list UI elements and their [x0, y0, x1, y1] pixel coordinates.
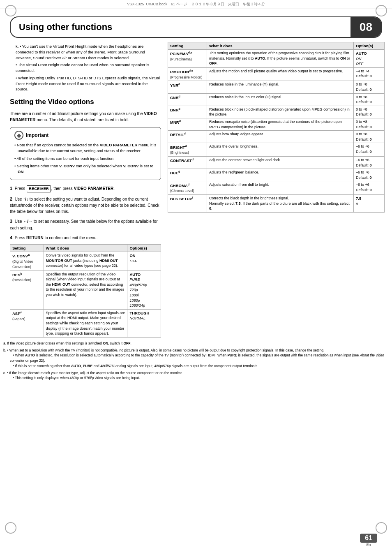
what-cell: Adjusts the motion and still picture qua… — [207, 67, 354, 81]
page-footer: 61 En — [360, 534, 377, 547]
setting-cell: V. CONVa (Digital Video Conversion) — [10, 252, 44, 271]
setting-cell: DETAILd — [168, 131, 207, 143]
table-row: BNRd Reduces block noise (block-shaped d… — [168, 106, 385, 118]
page-number: 61 — [360, 534, 377, 543]
options-cell: 0 to +8Default: 0 — [354, 81, 385, 93]
options-cell: THROUGH NORMAL — [127, 309, 161, 337]
table-row: MNRd Reduces mosquito noise (distortion … — [168, 118, 385, 130]
setting-cell: HUEd — [168, 169, 207, 181]
options-cell: –4 to +4Default: 0 — [354, 67, 385, 81]
footnote-b: b. • When set to a resolution with which… — [3, 348, 389, 369]
important-label: Important — [26, 132, 48, 138]
top-note-bullet-3: • When inputting Dolby True HD, DTS-HD o… — [16, 75, 161, 92]
options-cell: 0 to +8Default: 0 — [354, 131, 385, 143]
important-header: ◆ Important — [14, 131, 157, 140]
setting-cell: RESb (Resolution) — [10, 271, 44, 309]
options-cell: ON OFF — [127, 252, 161, 271]
table-row: YNRd Reduces noise in the luminance (Y) … — [168, 81, 385, 93]
setting-cell: CHROMAd (Chroma Level) — [168, 181, 207, 195]
corner-decoration-br — [376, 522, 387, 534]
th-setting-right: Setting — [168, 42, 207, 50]
chapter-number: 08 — [350, 17, 381, 37]
options-cell: 0 to +8Default: 0 — [354, 93, 385, 106]
options-cell: AUTO ON OFF — [354, 50, 385, 68]
table-row: V. CONVa (Digital Video Conversion) Conv… — [10, 252, 161, 271]
what-cell: Adjusts the overall brightness. — [207, 143, 354, 157]
important-icon: ◆ — [14, 131, 23, 140]
th-what-right: What it does — [207, 42, 354, 50]
step-4: 4 Press RETURN to confirm and exit the m… — [10, 234, 161, 241]
corner-decoration-bl — [5, 522, 16, 534]
section-intro: There are a number of additional picture… — [10, 111, 161, 123]
chapter-title: Using other functions — [19, 22, 112, 32]
content-area: k. • You can't use the Virtual Front Hei… — [0, 42, 392, 341]
setting-cell: CONTRASTd — [168, 157, 207, 169]
setting-cell: YNRd — [168, 81, 207, 93]
left-column: k. • You can't use the Virtual Front Hei… — [4, 42, 164, 341]
setting-cell: PCINEMAd,e (PureCinema) — [168, 50, 207, 68]
setting-cell: BRIGHTd (Brightness) — [168, 143, 207, 157]
left-settings-table: Setting What it does Option(s) V. CONVa … — [10, 244, 161, 338]
what-cell: This setting optimizes the operation of … — [207, 50, 354, 68]
what-cell: Reduces noise in the luminance (Y) signa… — [207, 81, 354, 93]
corner-decoration-tl — [5, 5, 16, 16]
what-cell: Adjusts saturation from dull to bright. — [207, 181, 354, 195]
options-cell: AUTO PURE 480p/576p 720p 1080i 1080p 108… — [127, 271, 161, 309]
top-note-bullet-1: k. • You can't use the Virtual Front Hei… — [16, 44, 161, 60]
footnote-c: c. • If the image doesn't match your mon… — [3, 370, 389, 381]
setting-cell: P.MOTIONd,e (Progressive Motion) — [168, 67, 207, 81]
footnotes-section: a. If the video picture deteriorates whe… — [0, 341, 392, 381]
setting-cell: BNRd — [168, 106, 207, 118]
th-options-right: Option(s) — [354, 42, 385, 50]
options-cell: –6 to +6Default: 0 — [354, 157, 385, 169]
important-content: • Note that if an option cannot be selec… — [14, 142, 157, 175]
corner-decoration-tr — [376, 5, 387, 16]
options-cell: –6 to +6Default: 0 — [354, 169, 385, 181]
setting-cell: ASPc (Aspect) — [10, 309, 44, 337]
page-lang: En — [367, 543, 371, 547]
what-cell: Adjusts the red/green balance. — [207, 169, 354, 181]
table-row: PCINEMAd,e (PureCinema) This setting opt… — [168, 50, 385, 68]
important-bullet-3: • Setting items other than V. CONV can o… — [14, 163, 157, 175]
what-cell: Reduces noise in the input's color (C) s… — [207, 93, 354, 106]
what-cell: Reduces block noise (block-shaped distor… — [207, 106, 354, 118]
table-row: BRIGHTd (Brightness) Adjusts the overall… — [168, 143, 385, 157]
th-options-left: Option(s) — [127, 245, 161, 252]
top-note-bullet-2: • The Virtual Front Height mode cannot b… — [16, 62, 161, 74]
th-setting-left: Setting — [10, 245, 44, 252]
what-cell: Adjusts how sharp edges appear. — [207, 131, 354, 143]
right-column: Setting What it does Option(s) PCINEMAd,… — [164, 42, 388, 341]
what-cell: Converts video signals for output from t… — [44, 252, 127, 271]
options-cell: –6 to +6Default: 0 — [354, 181, 385, 195]
setting-cell: CNRd — [168, 93, 207, 106]
what-cell: Specifies the output resolution of the v… — [44, 271, 127, 309]
important-bullet-2: • All of the setting items can be set fo… — [14, 156, 157, 162]
setting-cell: MNRd — [168, 118, 207, 130]
table-row: BLK SETUPf Corrects the black depth in t… — [168, 195, 385, 213]
what-cell: Specifies the aspect ratio when input si… — [44, 309, 127, 337]
options-cell: –6 to +6Default: 0 — [354, 143, 385, 157]
table-row: CNRd Reduces noise in the input's color … — [168, 93, 385, 106]
what-cell: Corrects the black depth in the brightne… — [207, 195, 354, 213]
setting-cell: BLK SETUPf — [168, 195, 207, 213]
section-heading: Setting the Video options — [10, 98, 161, 108]
step-1: 1 Press RECEIVER, then press VIDEO PARAM… — [10, 185, 161, 192]
chapter-header: Using other functions 08 — [10, 16, 382, 38]
right-settings-table: Setting What it does Option(s) PCINEMAd,… — [168, 42, 385, 213]
header-meta: VSX-1325_UXJCB.book 61 ページ ２０１０年３月９日 火曜日… — [0, 0, 392, 9]
what-cell: Reduces mosquito noise (distortion gener… — [207, 118, 354, 130]
footnote-a: a. If the video picture deteriorates whe… — [3, 341, 389, 346]
table-row: P.MOTIONd,e (Progressive Motion) Adjusts… — [168, 67, 385, 81]
options-cell: 0 to +8Default: 0 — [354, 106, 385, 118]
table-row: ASPc (Aspect) Specifies the aspect ratio… — [10, 309, 161, 337]
top-note: k. • You can't use the Virtual Front Hei… — [10, 42, 161, 92]
table-row: CHROMAd (Chroma Level) Adjusts saturatio… — [168, 181, 385, 195]
step-3: 3 Use ←/→ to set as necessary. See the t… — [10, 218, 161, 231]
chapter-title-area: Using other functions — [11, 17, 350, 37]
important-box: ◆ Important • Note that if an option can… — [10, 127, 161, 180]
page-wrapper: VSX-1325_UXJCB.book 61 ページ ２０１０年３月９日 火曜日… — [0, 0, 392, 555]
important-bullet-1: • Note that if an option cannot be selec… — [14, 142, 157, 154]
table-row: HUEd Adjusts the red/green balance. –6 t… — [168, 169, 385, 181]
what-cell: Adjusts the contrast between light and d… — [207, 157, 354, 169]
table-row: DETAILd Adjusts how sharp edges appear. … — [168, 131, 385, 143]
